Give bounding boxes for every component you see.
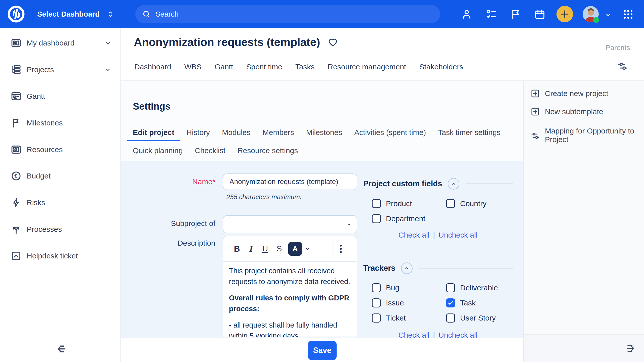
- tab-spent-time[interactable]: Spent time: [246, 60, 282, 73]
- sidebar-item-processes[interactable]: Processes: [0, 217, 120, 241]
- settings-tabs-row2: Quick planning Checklist Resource settin…: [133, 144, 298, 157]
- mapping-sliders-icon: [530, 130, 541, 141]
- avatar-chevron-down-icon[interactable]: [604, 11, 613, 20]
- calendar-icon[interactable]: [534, 9, 546, 20]
- checkbox-row-country[interactable]: Country: [446, 199, 487, 208]
- tasks-checklist-icon[interactable]: [486, 9, 497, 20]
- mapping-opportunity-button[interactable]: Mapping for Opportunity to Project: [524, 127, 644, 144]
- checkbox-row-department[interactable]: Department: [372, 214, 425, 223]
- tab-wbs[interactable]: WBS: [184, 60, 202, 73]
- parents-label: Parents:: [606, 44, 632, 52]
- tab-gantt[interactable]: Gantt: [215, 60, 233, 73]
- uncheck-all-link[interactable]: Uncheck all: [438, 231, 477, 239]
- custom-fields-links: Check all | Uncheck all: [363, 231, 513, 239]
- tab-stakeholders[interactable]: Stakeholders: [419, 60, 463, 73]
- tab-activities-spent-time[interactable]: Activities (spent time): [354, 126, 426, 139]
- checkbox-row-product[interactable]: Product: [372, 199, 412, 208]
- tab-tasks[interactable]: Tasks: [295, 60, 315, 73]
- right-sidebar: Create new project New subtemplate Mappi…: [523, 81, 644, 362]
- app: Select Dashboard: [0, 0, 644, 362]
- strikethrough-button[interactable]: S: [272, 242, 286, 256]
- create-new-project-button[interactable]: Create new project: [524, 87, 644, 100]
- apps-grid-icon[interactable]: [622, 9, 634, 20]
- checkbox[interactable]: [372, 313, 381, 323]
- sidebar-footer: [0, 336, 120, 362]
- checkbox-row-user-story[interactable]: User Story: [446, 313, 496, 323]
- sidebar-item-my-dashboard[interactable]: My dashboard: [0, 31, 120, 55]
- sidebar-item-risks[interactable]: Risks: [0, 191, 120, 215]
- tab-edit-project[interactable]: Edit project: [133, 126, 174, 139]
- settings-panel: Settings Edit project History Modules Me…: [121, 81, 523, 362]
- collapse-section-button[interactable]: [448, 178, 459, 190]
- tab-task-timer-settings[interactable]: Task timer settings: [438, 126, 500, 139]
- tab-modules[interactable]: Modules: [222, 126, 250, 139]
- checkbox[interactable]: [446, 313, 455, 323]
- italic-button[interactable]: I: [244, 242, 258, 256]
- plus-square-icon: [530, 88, 541, 99]
- select-dashboard-button[interactable]: Select Dashboard: [37, 0, 115, 28]
- tab-resource-settings[interactable]: Resource settings: [237, 144, 298, 157]
- collapse-right-sidebar-icon[interactable]: [624, 342, 637, 355]
- add-new-button[interactable]: [556, 6, 573, 22]
- tab-milestones[interactable]: Milestones: [306, 126, 342, 139]
- checkbox-row-deliverable[interactable]: Deliverable: [446, 283, 498, 292]
- section-rule: [419, 268, 513, 268]
- tab-resource-management[interactable]: Resource management: [328, 60, 406, 73]
- sidebar-item-budget[interactable]: € Budget: [0, 164, 120, 188]
- checkbox[interactable]: [372, 283, 381, 292]
- helpdesk-icon: [10, 250, 22, 262]
- app-logo-icon[interactable]: [6, 4, 26, 24]
- trackers-heading: Trackers: [363, 264, 395, 273]
- chevron-up-icon: [403, 265, 410, 272]
- checkbox-row-task[interactable]: Task: [446, 298, 476, 307]
- more-options-kebab-icon[interactable]: [335, 243, 347, 255]
- custom-fields-heading: Project custom fields: [363, 179, 442, 188]
- font-color-button[interactable]: A: [288, 242, 302, 256]
- favorite-heart-icon[interactable]: [328, 37, 338, 48]
- checkbox-row-issue[interactable]: Issue: [372, 298, 404, 307]
- checkbox[interactable]: [372, 199, 381, 208]
- tab-dashboard[interactable]: Dashboard: [134, 60, 171, 73]
- subproject-select[interactable]: [223, 215, 357, 233]
- editor-toolbar: B I U S A: [223, 236, 357, 262]
- checkbox-row-ticket[interactable]: Ticket: [372, 313, 406, 323]
- sidebar-item-helpdesk-ticket[interactable]: Helpdesk ticket: [0, 244, 120, 268]
- collapse-sidebar-icon[interactable]: [54, 342, 67, 355]
- checkbox-row-bug[interactable]: Bug: [372, 283, 399, 292]
- dashboard-icon: [10, 37, 22, 49]
- select-caret-icon: [346, 222, 352, 227]
- check-all-link[interactable]: Check all: [398, 231, 429, 239]
- toolbar-divider: [333, 240, 333, 258]
- checkbox[interactable]: [446, 298, 455, 307]
- flag-icon[interactable]: [510, 9, 521, 20]
- new-subtemplate-button[interactable]: New subtemplate: [524, 105, 644, 118]
- bold-button[interactable]: B: [230, 242, 244, 256]
- underline-button[interactable]: U: [258, 242, 272, 256]
- sidebar-item-resources[interactable]: Resources: [0, 138, 120, 162]
- mapping-sliders-icon[interactable]: [617, 60, 628, 72]
- description-editor: B I U S A This project contains all rece…: [223, 236, 357, 337]
- sidebar-item-milestones[interactable]: Milestones: [0, 111, 120, 135]
- tab-quick-planning[interactable]: Quick planning: [133, 144, 183, 157]
- project-name-input[interactable]: [223, 173, 357, 190]
- checkbox[interactable]: [446, 283, 455, 292]
- sidebar-item-gantt[interactable]: Gantt: [0, 84, 120, 108]
- search-input[interactable]: [155, 10, 407, 18]
- search-bar[interactable]: [135, 5, 440, 23]
- checkbox[interactable]: [372, 298, 381, 307]
- chevron-down-icon[interactable]: [303, 245, 312, 253]
- name-label: Name*: [121, 177, 215, 186]
- plus-icon: [559, 9, 570, 19]
- profile-icon[interactable]: [461, 9, 472, 20]
- checkbox[interactable]: [446, 199, 455, 208]
- chevron-down-icon: [104, 39, 112, 47]
- collapse-section-button[interactable]: [401, 262, 413, 274]
- tab-checklist[interactable]: Checklist: [195, 144, 225, 157]
- checkbox[interactable]: [372, 214, 381, 223]
- tab-members[interactable]: Members: [263, 126, 294, 139]
- save-button[interactable]: Save: [308, 341, 337, 360]
- subproject-label: Subproject of: [121, 219, 215, 228]
- tab-history[interactable]: History: [186, 126, 210, 139]
- sidebar-item-projects[interactable]: Projects: [0, 58, 120, 82]
- description-text[interactable]: This project contains all received reque…: [223, 262, 357, 337]
